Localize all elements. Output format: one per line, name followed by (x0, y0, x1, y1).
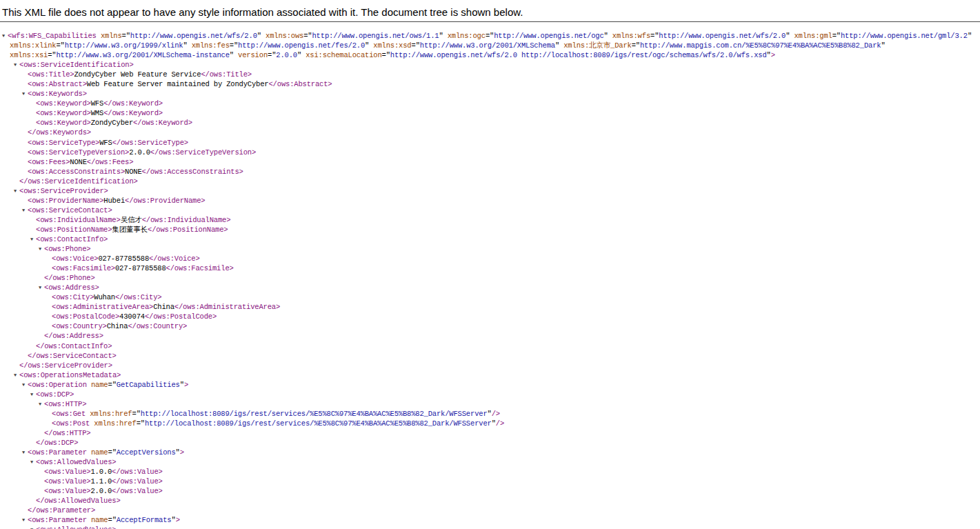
xml-tag: <ows:Phone> (44, 245, 90, 253)
xml-tag: > (771, 51, 775, 59)
xml-text-content: 1.1.0 (90, 477, 112, 486)
xml-line: <ows:Title>ZondyCyber Web Feature Servic… (0, 70, 980, 79)
xml-line: ▼<ows:Operation name="GetCapabilities"> (0, 380, 980, 390)
collapse-arrow-icon[interactable]: ▼ (14, 60, 19, 70)
collapse-arrow-icon[interactable]: ▼ (39, 283, 43, 292)
collapse-arrow-icon[interactable]: ▼ (22, 448, 27, 457)
xml-tag: </ows:AccessConstraints> (142, 168, 243, 176)
xml-punctuation: =" (303, 32, 312, 40)
xml-line: <ows:Voice>027-87785588</ows:Voice> (0, 254, 980, 263)
xml-tag: <ows:Operation (28, 381, 87, 389)
xml-tag: <ows:DCP> (36, 390, 74, 399)
xml-attribute-value: http://www.opengis.net/wfs/2.0 (130, 32, 257, 40)
xml-attribute-value: http://www.opengis.net/ogc (494, 32, 603, 40)
xml-text-content: China (107, 322, 128, 330)
xml-line: ▼<ows:AllowedValues> (0, 525, 980, 529)
xml-tag: </ows:Voice> (149, 254, 200, 263)
collapse-arrow-icon[interactable]: ▼ (14, 186, 19, 196)
xml-punctuation: =" (650, 32, 659, 40)
xml-line: <ows:City>Wuhan</ows:City> (0, 292, 980, 302)
xml-punctuation: =" (230, 41, 238, 50)
xml-line: ▼<ows:ServiceIdentification> (0, 60, 980, 70)
xml-tag: </ows:ContactInfo> (36, 342, 112, 350)
xml-tag: </ows:AdministrativeArea> (174, 303, 280, 311)
xml-attribute-name: xmlns:gml (790, 32, 832, 40)
collapse-arrow-icon[interactable]: ▼ (39, 244, 43, 254)
xml-tag: </ows:Abstract> (268, 80, 332, 88)
xml-line: </ows:ServiceContact> (0, 351, 980, 361)
xml-attribute-name: xmlns:ows (261, 32, 303, 40)
xml-line: <ows:Value>1.0.0</ows:Value> (0, 467, 980, 477)
xml-attribute-value: http://www.w3.org/1999/xlink (65, 41, 183, 50)
xml-attribute-name: name (87, 381, 108, 389)
xml-tag: <ows:IndividualName> (36, 216, 121, 224)
collapse-arrow-icon[interactable]: ▼ (30, 390, 35, 399)
xml-line: <ows:Keyword>ZondyCyber</ows:Keyword> (0, 118, 980, 128)
xml-line: ▼<ows:HTTP> (0, 399, 980, 409)
xml-tag: </ows:Title> (201, 70, 252, 79)
xml-punctuation: =" (486, 32, 494, 40)
xml-line: ▼<ows:Address> (0, 283, 980, 292)
xml-line: <ows:Keyword>WFS</ows:Keyword> (0, 99, 980, 108)
xml-attribute-value: AcceptFormats (117, 516, 172, 524)
xml-tag: </ows:Keywords> (28, 128, 91, 137)
collapse-arrow-icon[interactable]: ▼ (22, 380, 27, 390)
xml-tag: <ows:PositionName> (36, 226, 112, 234)
xml-punctuation: =" (108, 516, 117, 524)
xml-line: <ows:ServiceType>WFS</ows:ServiceType> (0, 138, 980, 148)
xml-attribute-name: version (234, 51, 268, 59)
xml-tag: </ows:ServiceType> (112, 139, 188, 147)
xml-tag: </ows:ServiceContact> (28, 352, 117, 360)
xml-attribute-value: http://www.w3.org/2001/XMLSchema-instanc… (56, 51, 229, 59)
collapse-arrow-icon[interactable]: ▼ (22, 89, 27, 99)
xml-tag: <ows:Post (52, 419, 90, 428)
xml-punctuation: =" (268, 51, 276, 59)
xml-punctuation: =" (56, 41, 64, 50)
xml-tag: <ows:ServiceProvider> (19, 187, 108, 195)
xml-tag: <ows:Fees> (28, 158, 70, 166)
xml-line: <ows:AdministrativeArea>China</ows:Admin… (0, 302, 980, 312)
xml-line: <ows:Post xmlns:href="http://localhost:8… (0, 419, 980, 428)
xml-tag: </ows:AllowedValues> (36, 497, 121, 505)
xml-line: </ows:AllowedValues> (0, 496, 980, 506)
xml-line: </ows:Keywords> (0, 128, 980, 137)
xml-tag: </ows:Keyword> (103, 99, 163, 108)
xml-line: ▼<wfs:WFS_Capabilities xmlns="http://www… (0, 31, 980, 41)
collapse-arrow-icon[interactable]: ▼ (30, 525, 35, 529)
xml-tag: <ows:OperationsMetadata> (19, 371, 121, 379)
xml-tag: > (180, 448, 184, 457)
xml-punctuation: =" (108, 381, 117, 389)
collapse-arrow-icon[interactable]: ▼ (2, 31, 7, 41)
xml-punctuation: =" (122, 32, 130, 40)
xml-attribute-name: xmlns:北京市_Dark (559, 41, 632, 50)
xml-attribute-name: xmlns:fes (188, 41, 230, 50)
collapse-arrow-icon[interactable]: ▼ (22, 515, 27, 525)
xml-punctuation: " (968, 32, 972, 40)
xml-tag: <ows:Parameter (28, 448, 87, 457)
xml-text-content: 2.0.0 (129, 148, 150, 157)
xml-text-content: NONE (125, 168, 142, 176)
xml-tag: </ows:IndividualName> (142, 216, 231, 224)
xml-tag: <ows:Keywords> (28, 90, 87, 98)
collapse-arrow-icon[interactable]: ▼ (14, 370, 19, 380)
xml-line: <ows:ServiceTypeVersion>2.0.0</ows:Servi… (0, 148, 980, 157)
xml-line: ▼<ows:OperationsMetadata> (0, 370, 980, 380)
xml-tag: <ows:Value> (44, 477, 90, 486)
collapse-arrow-icon[interactable]: ▼ (30, 457, 35, 467)
xml-tag: <ows:HTTP> (44, 400, 86, 408)
xml-attribute-value: http://www.mapgis.com.cn/%E5%8C%97%E4%BA… (640, 41, 881, 50)
xml-attribute-name: xsi:schemaLocation (301, 51, 382, 59)
xml-text-content: Hubei (103, 197, 125, 205)
xml-line: </ows:Parameter> (0, 506, 980, 515)
xml-line: ▼<ows:DCP> (0, 390, 980, 399)
xml-tag: <ows:Keyword> (36, 119, 91, 127)
xml-tag: </ows:ServiceTypeVersion> (150, 148, 256, 157)
xml-attribute-name: xmlns:ogc (443, 32, 486, 40)
collapse-arrow-icon[interactable]: ▼ (30, 234, 35, 244)
collapse-arrow-icon[interactable]: ▼ (39, 399, 43, 409)
collapse-arrow-icon[interactable]: ▼ (22, 206, 27, 215)
xml-tree: ▼<wfs:WFS_Capabilities xmlns="http://www… (0, 22, 980, 529)
xml-tag: <ows:ServiceTypeVersion> (28, 148, 129, 157)
xml-attribute-name: name (87, 516, 108, 524)
xml-tag: <ows:Keyword> (36, 109, 91, 117)
